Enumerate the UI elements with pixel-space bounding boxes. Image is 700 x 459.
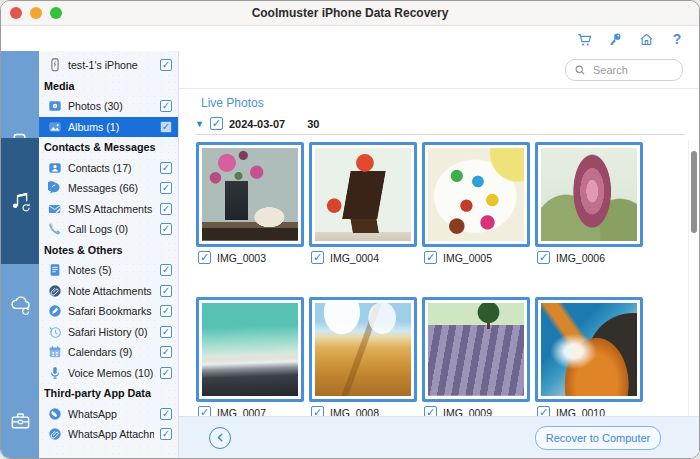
collapse-triangle-icon[interactable]: ▼ xyxy=(195,118,204,130)
sidebar-item-albums-1[interactable]: Albums (1)✓ xyxy=(39,117,178,138)
safari-bookmarks-10-checkbox[interactable]: ✓ xyxy=(160,305,172,317)
sidebar-group-header-third-party-app-data: Third-party App Data xyxy=(39,383,178,404)
note-attachments-0-icon xyxy=(47,283,62,298)
home-icon[interactable] xyxy=(637,30,655,48)
sidebar-group-header-contacts-messages: Contacts & Messages xyxy=(39,137,178,158)
whatsapp-attachments-checkbox[interactable]: ✓ xyxy=(160,428,172,440)
footer-bar: Recover to Computer xyxy=(179,416,699,458)
photos-30-icon xyxy=(47,99,62,114)
voice-memos-10-icon xyxy=(47,365,62,380)
sidebar-item-label: Voice Memos (10) xyxy=(68,367,154,379)
minimize-window-button[interactable] xyxy=(30,7,42,19)
help-icon[interactable]: ? xyxy=(668,30,686,48)
sidebar-item-call-logs-0[interactable]: Call Logs (0)✓ xyxy=(39,219,178,240)
calendars-9-checkbox[interactable]: ✓ xyxy=(160,346,172,358)
messages-66-icon xyxy=(47,181,62,196)
photo-thumbnail-snowy-mountains xyxy=(202,303,298,396)
date-group-checkbox[interactable]: ✓ xyxy=(210,117,223,130)
search-input[interactable] xyxy=(591,63,674,77)
albums-1-checkbox[interactable]: ✓ xyxy=(160,121,172,133)
search-box[interactable] xyxy=(565,59,683,81)
photo-thumbnail-aerial-coast-orange xyxy=(541,303,637,396)
chevron-left-icon xyxy=(214,431,227,444)
device-checkbox[interactable]: ✓ xyxy=(160,59,172,71)
back-button[interactable] xyxy=(209,427,231,449)
whatsapp-checkbox[interactable]: ✓ xyxy=(160,408,172,420)
sms-attachments-0-icon xyxy=(47,201,62,216)
sidebar-item-notes-5[interactable]: Notes (5)✓ xyxy=(39,260,178,281)
call-logs-0-checkbox[interactable]: ✓ xyxy=(160,223,172,235)
section-title: Live Photos xyxy=(201,96,699,110)
date-group-row: ▼ ✓ 2024-03-07 30 xyxy=(195,117,699,130)
sidebar-item-whatsapp-attachments[interactable]: WhatsApp Attachments✓ xyxy=(39,424,178,445)
toolbox-icon[interactable] xyxy=(1,381,39,459)
sidebar-item-whatsapp[interactable]: WhatsApp✓ xyxy=(39,404,178,425)
img-0003-checkbox[interactable]: ✓ xyxy=(198,251,211,264)
device-icon xyxy=(47,58,62,73)
messages-66-checkbox[interactable]: ✓ xyxy=(160,182,172,194)
photo-card-img-0005[interactable] xyxy=(422,142,530,247)
sidebar-item-photos-30[interactable]: Photos (30)✓ xyxy=(39,96,178,117)
sidebar-item-label: Call Logs (0) xyxy=(68,223,154,235)
notes-5-checkbox[interactable]: ✓ xyxy=(160,264,172,276)
img-0004-checkbox[interactable]: ✓ xyxy=(311,251,324,264)
photo-thumbnail-pink-flowers-in-vase xyxy=(202,148,298,241)
sidebar-item-calendars-9[interactable]: Calendars (9)✓ xyxy=(39,342,178,363)
photo-cell: ✓IMG_0006 xyxy=(535,142,643,264)
photo-label-row: ✓IMG_0003 xyxy=(198,251,304,264)
sms-attachments-0-checkbox[interactable]: ✓ xyxy=(160,203,172,215)
sidebar-group-header-media: Media xyxy=(39,76,178,97)
key-icon[interactable] xyxy=(606,30,624,48)
sidebar-item-note-attachments-0[interactable]: Note Attachments (0)✓ xyxy=(39,281,178,302)
photos-30-checkbox[interactable]: ✓ xyxy=(160,100,172,112)
sidebar-item-label: Messages (66) xyxy=(68,182,154,194)
photo-thumbnail-chocolate-stack-raspberry xyxy=(315,148,411,241)
sidebar-item-safari-bookmarks-10[interactable]: Safari Bookmarks (10)✓ xyxy=(39,301,178,322)
photo-thumbnail-paint-palette xyxy=(428,148,524,241)
photo-card-img-0010[interactable] xyxy=(535,297,643,402)
cloud-recovery-icon[interactable] xyxy=(1,264,39,344)
close-window-button[interactable] xyxy=(10,7,22,19)
sidebar-item-sms-attachments-0[interactable]: SMS Attachments (0)✓ xyxy=(39,199,178,220)
sidebar-item-contacts-17[interactable]: Contacts (17)✓ xyxy=(39,158,178,179)
photo-thumbnail-lavender-field-tree xyxy=(428,303,524,396)
voice-memos-10-checkbox[interactable]: ✓ xyxy=(160,367,172,379)
scrollbar-thumb[interactable] xyxy=(691,151,697,233)
recover-to-computer-button[interactable]: Recover to Computer xyxy=(535,426,661,450)
main-area: test-1's iPhone✓MediaPhotos (30)✓Albums … xyxy=(1,51,699,458)
sidebar-item-messages-66[interactable]: Messages (66)✓ xyxy=(39,178,178,199)
sidebar-item-label: Safari Bookmarks (10) xyxy=(68,305,154,317)
photo-cell: ✓IMG_0003 xyxy=(196,142,304,264)
photo-label-row: ✓IMG_0004 xyxy=(311,251,417,264)
photo-filename: IMG_0005 xyxy=(443,252,492,264)
contacts-17-checkbox[interactable]: ✓ xyxy=(160,162,172,174)
sidebar-item-safari-history-0[interactable]: Safari History (0)✓ xyxy=(39,322,178,343)
sidebar-item-voice-memos-10[interactable]: Voice Memos (10)✓ xyxy=(39,363,178,384)
content-panel: Live Photos ▼ ✓ 2024-03-07 30 ✓IMG_0003✓… xyxy=(179,51,699,458)
sidebar-item-label: Contacts (17) xyxy=(68,162,154,174)
sidebar-item-device[interactable]: test-1's iPhone✓ xyxy=(39,55,178,76)
photo-card-img-0009[interactable] xyxy=(422,297,530,402)
notes-5-icon xyxy=(47,263,62,278)
img-0006-checkbox[interactable]: ✓ xyxy=(537,251,550,264)
window-controls xyxy=(10,7,62,19)
date-group-label: 2024-03-07 xyxy=(229,118,285,130)
note-attachments-0-checkbox[interactable]: ✓ xyxy=(160,285,172,297)
photo-card-img-0003[interactable] xyxy=(196,142,304,247)
zoom-window-button[interactable] xyxy=(50,7,62,19)
photo-filename: IMG_0006 xyxy=(556,252,605,264)
safari-history-0-checkbox[interactable]: ✓ xyxy=(160,326,172,338)
photo-card-img-0007[interactable] xyxy=(196,297,304,402)
cart-icon[interactable] xyxy=(575,30,593,48)
photo-card-img-0006[interactable] xyxy=(535,142,643,247)
sidebar-item-label: WhatsApp xyxy=(68,408,154,420)
scrollbar-track[interactable] xyxy=(688,140,699,417)
photo-card-img-0004[interactable] xyxy=(309,142,417,247)
whatsapp-icon xyxy=(47,406,62,421)
music-recovery-icon[interactable] xyxy=(1,138,39,264)
photo-label-row: ✓IMG_0006 xyxy=(537,251,643,264)
photo-card-img-0008[interactable] xyxy=(309,297,417,402)
sidebar-item-label: WhatsApp Attachments xyxy=(68,428,154,440)
photo-cell: ✓IMG_0009 xyxy=(422,297,530,419)
img-0005-checkbox[interactable]: ✓ xyxy=(424,251,437,264)
